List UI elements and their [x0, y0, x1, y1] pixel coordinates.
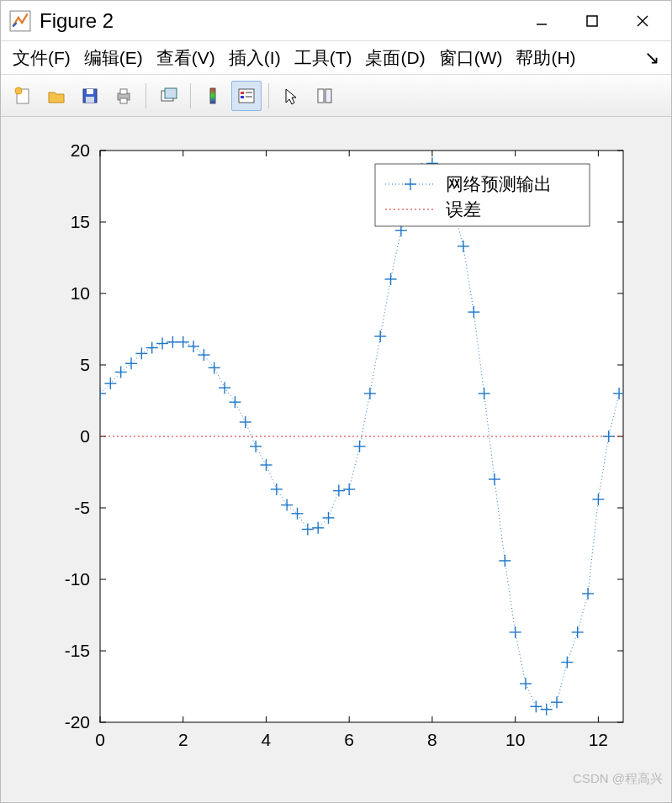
svg-text:10: 10 [71, 283, 90, 303]
figure-window: Figure 2 文件(F) 编辑(E) 查看(V) 插入(I) 工具(T) 桌… [0, 0, 672, 803]
svg-text:4: 4 [262, 730, 272, 749]
matlab-icon [9, 10, 31, 32]
svg-text:-20: -20 [65, 712, 90, 732]
svg-text:-10: -10 [65, 569, 90, 589]
toolbar-separator [146, 83, 146, 108]
cursor-button[interactable] [276, 81, 306, 111]
svg-rect-12 [120, 98, 127, 103]
svg-text:2: 2 [178, 730, 188, 749]
legend-button[interactable] [231, 81, 262, 111]
menu-insert[interactable]: 插入(I) [222, 43, 288, 73]
window-controls [516, 2, 668, 40]
print-button[interactable] [108, 81, 139, 111]
menu-edit[interactable]: 编辑(E) [77, 43, 150, 73]
svg-text:5: 5 [80, 355, 90, 374]
menu-tools[interactable]: 工具(T) [288, 43, 359, 73]
svg-rect-9 [86, 97, 94, 103]
svg-rect-21 [318, 89, 324, 103]
svg-rect-15 [210, 88, 215, 103]
menu-file[interactable]: 文件(F) [6, 43, 77, 73]
plot-tools-icon [315, 86, 335, 106]
figure-area: -20-15-10-505101520024681012网络预测输出误差 CSD… [1, 117, 671, 802]
menu-view[interactable]: 查看(V) [150, 43, 222, 73]
watermark-text: CSDN @程高兴 [573, 771, 663, 787]
svg-rect-14 [165, 88, 177, 98]
save-button[interactable] [75, 81, 105, 111]
svg-rect-11 [120, 89, 127, 94]
titlebar: Figure 2 [1, 1, 671, 41]
svg-rect-18 [241, 96, 244, 98]
menu-desktop[interactable]: 桌面(D) [358, 43, 431, 73]
close-button[interactable] [617, 2, 668, 40]
svg-text:8: 8 [427, 730, 437, 749]
menu-help[interactable]: 帮助(H) [509, 43, 582, 73]
cursor-icon [281, 86, 301, 106]
toolbar-separator [268, 83, 269, 108]
menubar: 文件(F) 编辑(E) 查看(V) 插入(I) 工具(T) 桌面(D) 窗口(W… [1, 41, 671, 75]
svg-text:0: 0 [80, 426, 90, 446]
minimize-button[interactable] [516, 2, 567, 40]
copy-figure-icon [158, 86, 178, 106]
toolbar [1, 75, 671, 117]
svg-text:15: 15 [71, 212, 90, 231]
svg-text:12: 12 [589, 730, 608, 749]
window-title: Figure 2 [40, 9, 516, 33]
save-icon [80, 86, 100, 106]
colorbar-icon [203, 86, 223, 106]
svg-rect-2 [587, 16, 597, 26]
open-button[interactable] [41, 81, 71, 111]
legend-icon [236, 86, 257, 106]
svg-rect-22 [325, 89, 331, 103]
svg-text:0: 0 [95, 730, 105, 749]
toolbar-separator [190, 83, 191, 108]
svg-point-6 [15, 87, 22, 94]
legend-entry-error: 误差 [446, 199, 481, 219]
svg-rect-17 [241, 92, 244, 94]
svg-text:20: 20 [71, 140, 90, 160]
svg-text:-5: -5 [74, 498, 90, 517]
legend-entry-prediction: 网络预测输出 [446, 174, 552, 194]
colorbar-button[interactable] [198, 81, 228, 111]
new-file-icon [13, 86, 33, 106]
maximize-button[interactable] [567, 2, 617, 40]
axes[interactable]: -20-15-10-505101520024681012网络预测输出误差 [1, 117, 672, 802]
print-icon [114, 86, 134, 106]
svg-text:10: 10 [505, 730, 525, 749]
menu-window[interactable]: 窗口(W) [432, 43, 510, 73]
copy-figure-button[interactable] [153, 81, 183, 111]
menu-overflow-icon[interactable]: ↘ [638, 44, 666, 72]
new-figure-button[interactable] [8, 81, 38, 111]
svg-rect-8 [87, 89, 93, 94]
svg-text:6: 6 [344, 730, 354, 749]
open-folder-icon [46, 86, 66, 106]
svg-text:-15: -15 [65, 641, 90, 660]
plot-tools-button[interactable] [310, 81, 340, 111]
